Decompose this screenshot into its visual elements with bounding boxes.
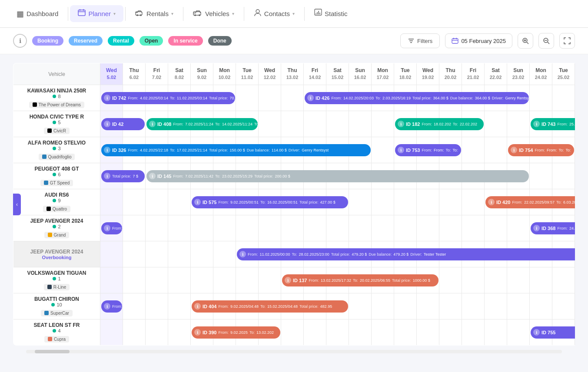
info-icon: ℹ [511, 147, 517, 153]
filters-button[interactable]: Filters [400, 33, 440, 48]
booking-bar-4-1[interactable]: ℹID 420From:22.02.2025/09:57To:6.03.2025… [485, 196, 575, 208]
vehicle-tag: The Power of Dreams [29, 102, 84, 108]
scroll-left-arrow[interactable]: ‹ [13, 194, 21, 215]
booking-to-label: To: [292, 252, 297, 257]
vehicle-tag: Quadrifoglio [39, 154, 75, 160]
info-icon: ℹ [194, 303, 201, 309]
status-dot [53, 277, 56, 280]
booking-bar-7-0[interactable]: ℹID 137From:13.02.2025/17:32To:20.02.202… [282, 274, 439, 286]
zoom-out-button[interactable] [538, 33, 554, 49]
vehicle-tag: Grand [44, 232, 70, 238]
nav-divider-1 [68, 7, 68, 21]
booking-bar-0-1[interactable]: ℹID 426From:14.02.2025/20:03To:2.03.2025… [305, 92, 529, 104]
info-button[interactable]: ℹ [13, 34, 27, 48]
vehicles-caret: ▾ [232, 11, 234, 16]
vehicle-name: ALFA ROMEO STELVIO [13, 140, 100, 146]
booking-bar-1-0[interactable]: ℹID 42 [101, 118, 145, 130]
nav-dashboard[interactable]: ▦ Dashboard [9, 6, 66, 22]
booking-from: 18.02.202 [434, 122, 451, 126]
badge-open: Open [140, 36, 163, 46]
booking-to: 11.02.2025/03:14 [177, 96, 207, 100]
booking-to: 14.02.2025/11:24 [222, 122, 252, 126]
booking-bar-1-3[interactable]: ℹID 743From:25.02To:28.02 [531, 118, 575, 130]
info-icon: ℹ [239, 251, 246, 257]
date-header-7.02: Fri7.02 [146, 63, 168, 85]
booking-id: ID 753 [406, 148, 420, 153]
booking-grid-3: ℹTotal price:7 $ℹID 145From:7.02.2025/11… [100, 163, 575, 189]
vehicle-count: 1 [13, 276, 100, 281]
booking-id: ID 182 [406, 122, 420, 127]
booking-to: 23.02.2025/15:29 [222, 174, 252, 178]
booking-bar-4-0[interactable]: ℹID 575From:9.02.2025/00:51To:16.02.2025… [192, 196, 348, 208]
status-dot [53, 147, 56, 150]
booking-bar-8-0[interactable]: ℹFrom:2!To:2! [101, 300, 122, 313]
overbooking-label: Overbooking [13, 255, 100, 260]
booking-bar-2-2[interactable]: ℹID 754From:From:To:To: [508, 144, 574, 156]
vehicle-row-5: JEEP AVENGER 2024 2 Grand ℹFrom:02.2025T… [13, 215, 575, 241]
vehicle-number: 5 [58, 120, 60, 125]
booking-to-label: To: [215, 174, 220, 178]
nav-planner[interactable]: Planner ▾ [70, 5, 123, 22]
booking-from-label: From: [422, 122, 432, 126]
due-value: 479.20 $ [393, 252, 409, 257]
booking-from-label: From: [557, 226, 568, 230]
booking-from: 24.02.2025 [569, 226, 575, 230]
booking-from-label: From: [173, 174, 183, 178]
booking-grid-7: ℹID 137From:13.02.2025/17:32To:20.02.202… [100, 267, 575, 293]
vehicle-number: 10 [56, 302, 62, 307]
vehicle-name: SEAT LEON ST FR [13, 322, 100, 328]
booking-bar-5-0[interactable]: ℹFrom:02.2025To:02.2025 [101, 222, 122, 234]
booking-id: ID 755 [541, 330, 555, 335]
vehicle-name: AUDI RS6 [13, 192, 100, 198]
header-row: Vehicle Wed5.02Thu6.02Fri7.02Sat8.02Sun9… [13, 63, 575, 85]
date-header-22.02: Sat22.02 [485, 63, 507, 85]
status-dot [53, 225, 56, 228]
date-header-8.02: Sat8.02 [168, 63, 191, 85]
nav-contacts[interactable]: Contacts ▾ [246, 5, 302, 22]
tag-color-swatch [44, 181, 48, 185]
booking-grid-9: ℹID 390From:9.02.2025To:13.02.202ℹID 755 [100, 319, 575, 346]
booking-bar-3-1[interactable]: ℹID 145From:7.02.2025/11:42To:23.02.2025… [146, 170, 529, 182]
date-header-16.02: Sun16.02 [349, 63, 372, 85]
booking-bar-9-1[interactable]: ℹID 755 [531, 326, 575, 339]
booking-bar-3-0[interactable]: ℹTotal price:7 $ [101, 170, 145, 182]
total-label: Total price: [254, 174, 273, 178]
vehicle-number: 4 [58, 328, 60, 333]
scroll-thumb[interactable] [35, 350, 70, 353]
booking-bar-1-2[interactable]: ℹID 182From:18.02.202To:22.02.202 [395, 118, 484, 130]
info-icon: ℹ [398, 121, 404, 127]
booking-bar-8-1[interactable]: ℹID 404From:9.02.2025/04:48To:15.02.2025… [192, 300, 348, 313]
booking-bar-2-0[interactable]: ℹID 326From:4.02.2025/22:18To:17.02.2025… [101, 144, 371, 156]
nav-statistic[interactable]: Statistic [306, 5, 355, 22]
vehicle-cell-2: ALFA ROMEO STELVIO 3 Quadrifoglio [13, 137, 100, 163]
booking-bar-0-0[interactable]: ℹID 742From:4.02.2025/03:14To:11.02.2025… [101, 92, 235, 104]
booking-to-label: To: [215, 122, 220, 126]
planner-caret: ▾ [113, 11, 116, 16]
nav-vehicles[interactable]: Vehicles ▾ [185, 6, 242, 22]
booking-bar-5-1[interactable]: ℹID 368From:24.02.2025To:6.03.2025/2 [531, 222, 575, 234]
booking-bar-6-0[interactable]: ℹFrom:11.02.2025/00:00To:28.02.2025/23:0… [237, 248, 575, 260]
booking-bar-1-1[interactable]: ℹID 408From:7.02.2025/11:24To:14.02.2025… [146, 118, 258, 130]
date-picker[interactable]: 05 February 2025 [445, 33, 512, 48]
vehicle-number: 3 [58, 146, 60, 151]
zoom-in-button[interactable] [518, 33, 533, 49]
vehicle-name: HONDA CIVIC TYPE R [13, 114, 100, 120]
vehicle-count: 9 [13, 198, 100, 203]
nav-rentals[interactable]: Rentals ▾ [127, 6, 181, 22]
status-bar: ℹ Booking Reserved Rental Open In servic… [0, 28, 588, 54]
booking-bar-2-1[interactable]: ℹID 753From:From:To:To: [395, 144, 461, 156]
booking-from-label: From: [218, 304, 229, 309]
tag-label: Quadrifoglio [48, 155, 72, 159]
tag-color-swatch [42, 155, 47, 159]
booking-to-label: To: [260, 200, 266, 204]
horizontal-scrollbar[interactable] [26, 350, 562, 353]
vehicles-icon [193, 9, 203, 18]
vehicle-tag-container: Quadrifoglio [13, 152, 100, 161]
booking-bar-9-0[interactable]: ℹID 390From:9.02.2025To:13.02.202 [192, 326, 280, 339]
tag-label: Cupra [54, 337, 66, 342]
booking-from: 7.02.2025/11:24 [185, 122, 213, 126]
fullscreen-button[interactable] [559, 33, 575, 49]
booking-from-label: From: [128, 96, 138, 100]
booking-from: From: [547, 148, 557, 152]
info-icon: ℹ [104, 147, 110, 153]
